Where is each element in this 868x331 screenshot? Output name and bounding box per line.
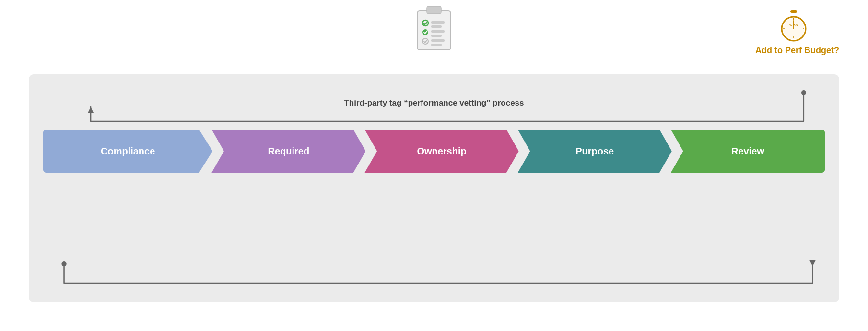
svg-rect-12 bbox=[793, 10, 795, 13]
process-title: Third-party tag “performance vetting” pr… bbox=[344, 98, 524, 108]
stopwatch-icon: < 5s bbox=[777, 9, 810, 42]
step-compliance: Compliance bbox=[43, 130, 212, 173]
svg-rect-1 bbox=[427, 6, 441, 14]
step-review: Review bbox=[671, 130, 825, 173]
svg-rect-7 bbox=[431, 35, 442, 37]
diagram-container: Third-party tag “performance vetting” pr… bbox=[29, 74, 839, 302]
svg-marker-21 bbox=[88, 107, 94, 113]
bottom-loop-arrow bbox=[54, 254, 822, 293]
svg-point-5 bbox=[422, 29, 428, 35]
svg-rect-6 bbox=[431, 30, 445, 33]
svg-rect-9 bbox=[431, 39, 445, 42]
svg-rect-3 bbox=[431, 21, 445, 24]
svg-rect-10 bbox=[431, 44, 442, 46]
svg-rect-4 bbox=[431, 25, 442, 28]
clipboard-icon bbox=[415, 5, 453, 53]
step-required: Required bbox=[211, 130, 365, 173]
svg-marker-24 bbox=[809, 260, 815, 266]
svg-point-22 bbox=[801, 90, 806, 95]
perf-budget-label: Add to Perf Budget? bbox=[755, 46, 839, 56]
step-purpose: Purpose bbox=[518, 130, 672, 173]
page-wrapper: < 5s Add to Perf Budget? Third-party tag… bbox=[0, 0, 868, 331]
step-ownership: Ownership bbox=[364, 130, 518, 173]
svg-point-23 bbox=[61, 261, 66, 266]
chevron-row: Compliance Required Ownership Purpose Re… bbox=[43, 130, 825, 173]
